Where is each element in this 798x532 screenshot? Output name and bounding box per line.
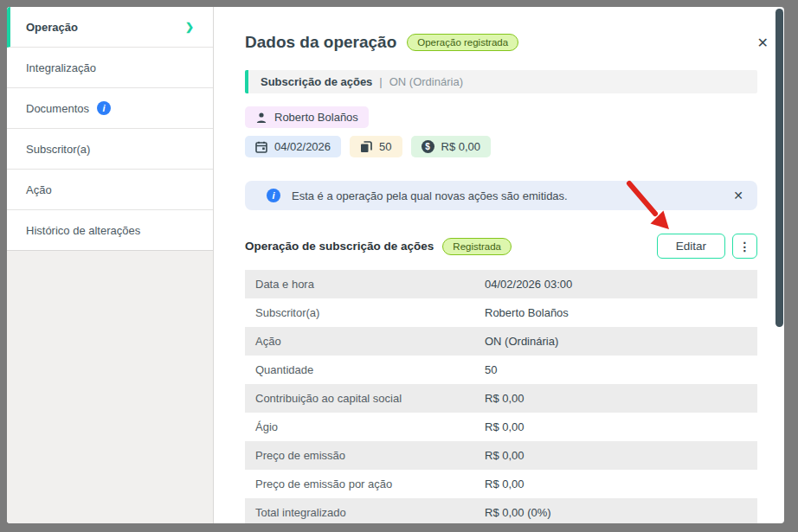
operation-type-title: Subscrição de ações — [261, 75, 372, 88]
subscription-section-header: Operação de subscrição de ações Registra… — [245, 234, 757, 259]
sidebar-item-label: Subscritor(a) — [26, 143, 90, 156]
sidebar-item-label: Documentos — [26, 102, 89, 115]
modal-close-button[interactable]: ✕ — [757, 36, 769, 50]
shares-copy-icon — [360, 141, 372, 153]
row-value: 50 — [485, 363, 497, 376]
info-icon: i — [267, 189, 280, 202]
row-label: Preço de emissão por ação — [255, 478, 485, 490]
amount-chip-label: R$ 0,00 — [441, 140, 481, 153]
modal-content: ✕ Dados da operação Operação registrada … — [214, 7, 784, 523]
sidebar-item-label: Histórico de alterações — [26, 224, 140, 237]
date-chip: 04/02/2026 — [245, 136, 341, 157]
table-row: Preço de emissão R$ 0,00 — [245, 441, 757, 470]
row-label: Quantidade — [255, 363, 485, 376]
page-title: Dados da operação — [245, 33, 396, 52]
table-row: Contribuição ao capital social R$ 0,00 — [245, 384, 757, 413]
sidebar-item-historico[interactable]: Histórico de alterações — [7, 210, 213, 251]
banner-separator: | — [379, 75, 382, 88]
table-row: Data e hora 04/02/2026 03:00 — [245, 270, 757, 298]
row-value: R$ 0,00 — [485, 478, 524, 490]
row-label: Data e hora — [255, 278, 485, 291]
row-label: Total integralizado — [255, 506, 485, 519]
quantity-chip-label: 50 — [379, 140, 391, 153]
info-alert: i Esta é a operação pela qual novas açõe… — [245, 181, 757, 210]
sidebar-item-label: Integralização — [26, 61, 96, 74]
table-row: Ágio R$ 0,00 — [245, 413, 757, 441]
page-header: Dados da operação Operação registrada — [245, 33, 757, 52]
sidebar-item-documentos[interactable]: Documentos i — [7, 88, 213, 129]
section-title: Operação de subscrição de ações — [245, 240, 434, 253]
amount-chip: $ R$ 0,00 — [411, 136, 492, 157]
calendar-icon — [255, 141, 267, 153]
table-row: Ação ON (Ordinária) — [245, 327, 757, 356]
row-value: R$ 0,00 — [485, 420, 524, 433]
sidebar-item-acao[interactable]: Ação — [7, 170, 213, 210]
info-icon: i — [97, 101, 111, 115]
sidebar-item-label: Operação — [26, 21, 78, 34]
table-row: Subscritor(a) Roberto Bolaños — [245, 298, 757, 327]
row-value: 04/02/2026 03:00 — [485, 278, 572, 291]
sidebar-item-subscritor[interactable]: Subscritor(a) — [7, 129, 213, 170]
row-label: Preço de emissão — [255, 449, 485, 462]
quantity-chip: 50 — [350, 136, 402, 157]
chevron-right-icon: ❯ — [185, 21, 194, 33]
operation-details-table: Data e hora 04/02/2026 03:00 Subscritor(… — [245, 270, 757, 523]
row-value: ON (Ordinária) — [485, 335, 558, 348]
date-chip-label: 04/02/2026 — [274, 140, 331, 153]
edit-button[interactable]: Editar — [657, 234, 725, 259]
registered-badge: Registrada — [442, 238, 512, 255]
row-value: Roberto Bolaños — [485, 306, 569, 319]
sidebar-item-integralizacao[interactable]: Integralização — [7, 48, 213, 88]
operation-type-banner: Subscrição de ações | ON (Ordinária) — [245, 70, 757, 93]
row-label: Contribuição ao capital social — [255, 392, 485, 405]
row-label: Ação — [255, 335, 485, 348]
operation-registered-badge: Operação registrada — [407, 34, 518, 51]
row-value: R$ 0,00 — [485, 392, 524, 405]
sidebar-item-label: Ação — [26, 183, 52, 196]
subscriber-chip-label: Roberto Bolaños — [274, 111, 358, 124]
operation-details-modal: Operação ❯ Integralização Documentos i S… — [7, 7, 784, 523]
row-label: Ágio — [255, 420, 485, 433]
person-icon — [255, 112, 267, 124]
dollar-icon: $ — [422, 140, 434, 153]
modal-sidebar: Operação ❯ Integralização Documentos i S… — [7, 7, 214, 523]
subscriber-chip: Roberto Bolaños — [245, 106, 369, 128]
row-label: Subscritor(a) — [255, 306, 485, 319]
table-row: Total integralizado R$ 0,00 (0%) — [245, 498, 757, 523]
table-row: Quantidade 50 — [245, 356, 757, 384]
alert-close-button[interactable]: ✕ — [733, 189, 743, 202]
kebab-menu-button[interactable]: ⋮ — [732, 234, 757, 259]
modal-scrollbar-thumb[interactable] — [775, 9, 783, 327]
info-alert-text: Esta é a operação pela qual novas ações … — [292, 189, 568, 202]
sidebar-item-operacao[interactable]: Operação ❯ — [7, 7, 213, 48]
sidebar-filler — [7, 250, 213, 523]
row-value: R$ 0,00 (0%) — [485, 506, 551, 519]
table-row: Preço de emissão por ação R$ 0,00 — [245, 470, 757, 498]
row-value: R$ 0,00 — [485, 449, 524, 462]
operation-share-class: ON (Ordinária) — [389, 75, 463, 88]
